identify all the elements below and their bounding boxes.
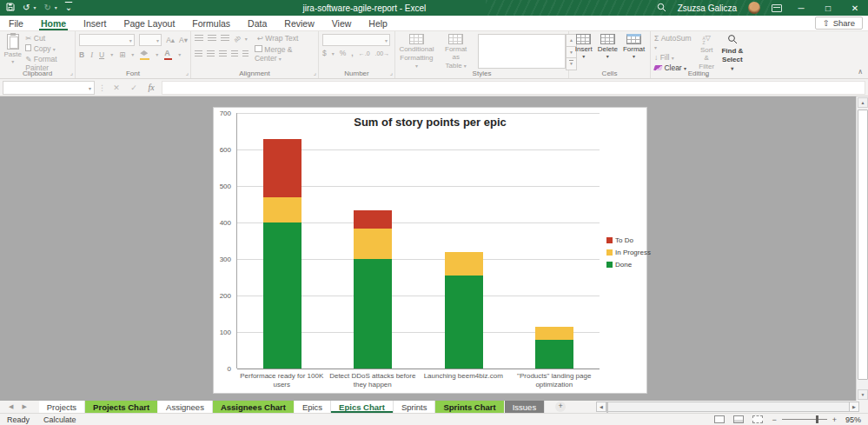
bar-stack-launching-beem4biz-com[interactable] bbox=[445, 252, 483, 369]
ribbon-tab-row: FileHomeInsertPage LayoutFormulasDataRev… bbox=[0, 16, 868, 31]
segment-done-detect-ddos-attacks-before-they-happen[interactable] bbox=[354, 259, 392, 369]
new-sheet-button[interactable]: + bbox=[555, 402, 566, 412]
sheet-tab-sprints-chart[interactable]: Sprints Chart bbox=[435, 401, 504, 413]
grow-font-icon: A▴ bbox=[166, 36, 175, 44]
scroll-up-icon[interactable]: ▲ bbox=[858, 97, 868, 108]
formula-bar-grip[interactable]: ⋮ bbox=[98, 83, 106, 92]
scroll-left-icon[interactable]: ◀ bbox=[596, 402, 606, 412]
clipboard-dialog-launcher-icon[interactable]: ⌟ bbox=[70, 70, 73, 76]
share-button[interactable]: ⇧Share bbox=[815, 17, 863, 30]
chart[interactable]: Sum of story points per epic 01002003004… bbox=[213, 107, 647, 394]
normal-view-icon[interactable] bbox=[714, 415, 725, 423]
align-bottom-icon bbox=[221, 35, 229, 42]
zoom-slider-thumb[interactable] bbox=[816, 415, 818, 423]
alignment-dialog-launcher-icon[interactable]: ⌟ bbox=[314, 70, 316, 76]
horizontal-scrollbar[interactable]: ◀ ▶ bbox=[596, 402, 859, 412]
segment-to-do-performace-ready-for-100k-users[interactable] bbox=[263, 139, 301, 196]
scroll-down-icon[interactable]: ▼ bbox=[858, 389, 868, 400]
number-dialog-launcher-icon[interactable]: ⌟ bbox=[390, 70, 393, 76]
zoom-slider[interactable] bbox=[782, 419, 827, 420]
format-cells-button[interactable]: Format▾ bbox=[623, 34, 645, 60]
y-tick-100: 100 bbox=[212, 329, 231, 336]
avatar[interactable] bbox=[748, 2, 760, 14]
insert-function-icon[interactable]: fx bbox=[144, 83, 158, 92]
bar-column-performace-ready-for-100k-users bbox=[237, 113, 328, 369]
previous-sheet-icon[interactable]: ◀ bbox=[9, 403, 13, 410]
scroll-right-icon[interactable]: ▶ bbox=[849, 402, 859, 412]
save-icon[interactable] bbox=[6, 3, 15, 13]
segment-in-progress-launching-beem4biz-com[interactable] bbox=[445, 252, 483, 276]
segment-in-progress-detect-ddos-attacks-before-they-happen[interactable] bbox=[354, 229, 392, 259]
sheet-tab-projects[interactable]: Projects bbox=[39, 401, 85, 413]
ribbon-display-options-icon[interactable] bbox=[772, 4, 782, 12]
calculate-status[interactable]: Calculate bbox=[43, 415, 76, 424]
user-name[interactable]: Zsuzsa Galicza bbox=[678, 3, 737, 13]
segment-in-progress-performace-ready-for-100k-users[interactable] bbox=[263, 197, 301, 222]
vertical-scroll-thumb[interactable] bbox=[858, 110, 868, 380]
segment-done-launching-beem4biz-com[interactable] bbox=[445, 276, 483, 369]
segment-to-do-detect-ddos-attacks-before-they-happen[interactable] bbox=[354, 210, 392, 229]
tab-page-layout[interactable]: Page Layout bbox=[115, 16, 183, 30]
sheet-tab-epics[interactable]: Epics bbox=[295, 401, 331, 413]
x-axis-labels: Performace ready for 100K usersDetect DD… bbox=[236, 372, 600, 389]
tab-formulas[interactable]: Formulas bbox=[183, 16, 239, 30]
page-break-view-icon[interactable] bbox=[752, 415, 763, 423]
vertical-scrollbar[interactable]: ▲ ▼ bbox=[856, 96, 868, 401]
zoom-in-icon[interactable]: + bbox=[832, 415, 837, 424]
y-axis-labels: 0100200300400500600700 bbox=[214, 113, 233, 369]
comma-style-icon: , bbox=[351, 49, 353, 57]
bars bbox=[237, 113, 600, 369]
tab-data[interactable]: Data bbox=[239, 16, 275, 30]
sheet-tab-sprints[interactable]: Sprints bbox=[394, 401, 436, 413]
segment-in-progress-products-landing-page-optimization[interactable] bbox=[535, 327, 573, 340]
undo-dropdown-icon[interactable]: ▾ bbox=[33, 5, 36, 10]
bar-stack-performace-ready-for-100k-users[interactable] bbox=[263, 139, 301, 369]
sheet-tab-assignees[interactable]: Assignees bbox=[158, 401, 213, 413]
zoom-out-icon[interactable]: − bbox=[772, 415, 776, 424]
align-middle-icon bbox=[208, 35, 216, 42]
tab-home[interactable]: Home bbox=[32, 16, 75, 30]
close-button[interactable]: ✕ bbox=[847, 3, 863, 13]
decrease-decimal-icon: .00→ bbox=[375, 50, 390, 56]
undo-button[interactable]: ↺ bbox=[23, 3, 30, 12]
insert-cells-button[interactable]: Insert▾ bbox=[575, 34, 593, 60]
wrap-text-button: ↩ Wrap Text bbox=[257, 34, 298, 43]
clipboard-group: Paste▾ ✂ Cut Copy ▾ ✎ Format Painter Cli… bbox=[0, 31, 76, 78]
collapse-ribbon-icon[interactable]: ∧ bbox=[858, 68, 863, 76]
tab-review[interactable]: Review bbox=[275, 16, 322, 30]
sheet-tab-assignees-chart[interactable]: Assignees Chart bbox=[213, 401, 295, 413]
tab-view[interactable]: View bbox=[323, 16, 361, 30]
tab-insert[interactable]: Insert bbox=[75, 16, 115, 30]
format-as-table-button: Format as Table ▾ bbox=[441, 34, 471, 70]
bar-stack-detect-ddos-attacks-before-they-happen[interactable] bbox=[354, 210, 392, 369]
segment-done-performace-ready-for-100k-users[interactable] bbox=[263, 222, 301, 369]
segment-done-products-landing-page-optimization[interactable] bbox=[535, 340, 573, 369]
copy-button: Copy ▾ bbox=[25, 44, 72, 53]
font-group-label: Font bbox=[76, 70, 190, 77]
search-icon[interactable] bbox=[657, 3, 666, 14]
delete-cells-button[interactable]: Delete▾ bbox=[598, 34, 618, 60]
sheet-tab-epics-chart[interactable]: Epics Chart bbox=[331, 401, 394, 413]
font-color-icon: A bbox=[164, 49, 172, 60]
sheet-tab-projects-chart[interactable]: Projects Chart bbox=[85, 401, 158, 413]
sheet-tab-issues[interactable]: Issues bbox=[505, 401, 545, 413]
window-title: jira-software-agile-report - Excel bbox=[72, 3, 656, 13]
chart-legend[interactable]: To DoIn ProgressDone bbox=[606, 236, 651, 273]
font-dialog-launcher-icon[interactable]: ⌟ bbox=[186, 70, 189, 76]
zoom-level[interactable]: 95% bbox=[845, 415, 861, 424]
minimize-button[interactable]: ─ bbox=[793, 3, 809, 13]
merge-center-button: Merge & Center ▾ bbox=[255, 45, 315, 63]
horizontal-scroll-thumb[interactable] bbox=[606, 402, 608, 413]
tab-file[interactable]: File bbox=[0, 16, 32, 30]
customize-quick-access-icon[interactable]: ⌄ bbox=[65, 3, 72, 12]
bar-stack-products-landing-page-optimization[interactable] bbox=[535, 327, 573, 369]
chart-title[interactable]: Sum of story points per epic bbox=[214, 116, 646, 129]
tab-help[interactable]: Help bbox=[360, 16, 396, 30]
next-sheet-icon[interactable]: ▶ bbox=[22, 403, 26, 410]
legend-item-to-do: To Do bbox=[606, 236, 651, 244]
name-box[interactable]: ▾ bbox=[3, 81, 95, 95]
page-layout-view-icon[interactable] bbox=[733, 415, 744, 423]
maximize-button[interactable]: □ bbox=[820, 3, 836, 13]
formula-input[interactable] bbox=[162, 81, 865, 95]
gridline-0 bbox=[237, 369, 600, 369]
